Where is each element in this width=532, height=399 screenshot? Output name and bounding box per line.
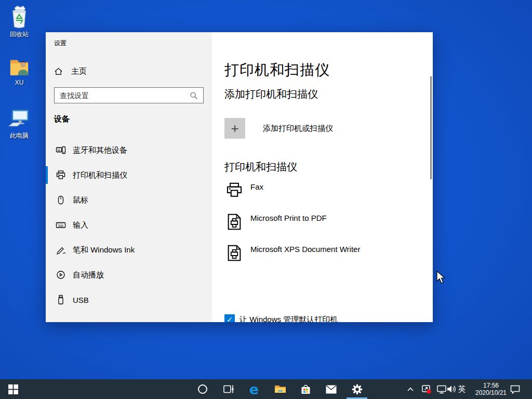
desktop-icon-this-pc[interactable]: 此电脑 bbox=[0, 107, 38, 140]
sidebar-item-label: 蓝牙和其他设备 bbox=[73, 145, 127, 155]
chevron-up-icon bbox=[407, 387, 414, 392]
search-input[interactable] bbox=[55, 91, 190, 100]
settings-sidebar: 设置 主页 设备 bbox=[46, 32, 212, 322]
search-circle-icon bbox=[197, 384, 208, 394]
settings-gear-icon bbox=[352, 384, 363, 395]
desktop-icon-user-folder[interactable]: XU bbox=[0, 56, 38, 86]
desktop-icon-recycle-bin[interactable]: 回收站 bbox=[0, 5, 38, 39]
this-pc-icon bbox=[7, 107, 31, 130]
default-printer-checkbox-row[interactable]: ✓ 让 Windows 管理默认打印机 bbox=[224, 313, 422, 322]
desktop-icon-label: 此电脑 bbox=[0, 131, 38, 140]
security-notification-icon bbox=[421, 384, 432, 395]
sidebar-item-pen-windows-ink[interactable]: 笔和 Windows Ink bbox=[46, 237, 212, 262]
devices-section-title: 打印机和扫描仪 bbox=[224, 160, 297, 174]
sidebar-item-usb[interactable]: USB bbox=[46, 287, 212, 312]
autoplay-icon bbox=[56, 270, 66, 280]
action-center-icon bbox=[510, 385, 520, 394]
settings-content: 打印机和扫描仪 添加打印机和扫描仪 + 添加打印机或扫描仪 打印机和扫描仪 Fa… bbox=[212, 32, 433, 322]
page-title: 打印机和扫描仪 bbox=[224, 60, 330, 80]
store-icon bbox=[300, 384, 311, 395]
print-to-file-icon bbox=[225, 244, 243, 262]
sidebar-nav-list: 蓝牙和其他设备 打印机和扫描仪 鼠标 bbox=[46, 138, 212, 312]
printer-icon bbox=[56, 170, 66, 180]
user-folder-icon bbox=[8, 56, 31, 78]
pen-icon bbox=[56, 245, 66, 255]
plus-icon: + bbox=[224, 118, 245, 139]
desktop-background: 回收站 XU 此电脑 设置 bbox=[0, 0, 532, 399]
sidebar-item-autoplay[interactable]: 自动播放 bbox=[46, 262, 212, 287]
edge-icon: e bbox=[249, 382, 259, 396]
start-button[interactable] bbox=[3, 379, 23, 399]
sidebar-item-printers-scanners[interactable]: 打印机和扫描仪 bbox=[46, 163, 212, 188]
settings-search-box[interactable] bbox=[54, 87, 204, 103]
printer-row-fax[interactable]: Fax bbox=[224, 182, 422, 205]
printer-name: Fax bbox=[250, 182, 263, 191]
sidebar-item-label: USB bbox=[73, 296, 89, 304]
sidebar-item-bluetooth-devices[interactable]: 蓝牙和其他设备 bbox=[46, 138, 212, 163]
taskbar: e bbox=[0, 379, 532, 399]
store-button[interactable] bbox=[296, 379, 315, 399]
file-explorer-button[interactable] bbox=[270, 379, 290, 399]
sidebar-item-label: 输入 bbox=[73, 220, 88, 230]
keyboard-icon bbox=[56, 220, 66, 230]
sidebar-item-label: 笔和 Windows Ink bbox=[73, 245, 135, 255]
tray-language-indicator[interactable]: 英 bbox=[455, 379, 469, 399]
settings-window: 设置 主页 设备 bbox=[46, 32, 433, 322]
printer-row-xps-writer[interactable]: Microsoft XPS Document Writer bbox=[224, 244, 422, 267]
mouse-cursor bbox=[436, 271, 446, 285]
printer-name: Microsoft XPS Document Writer bbox=[250, 245, 360, 254]
sidebar-item-label: 鼠标 bbox=[73, 195, 88, 205]
printer-name: Microsoft Print to PDF bbox=[250, 214, 327, 222]
home-icon bbox=[54, 67, 63, 76]
action-center-button[interactable] bbox=[507, 379, 523, 399]
tray-security-notification[interactable] bbox=[419, 379, 434, 399]
taskbar-search-button[interactable] bbox=[193, 379, 212, 399]
bluetooth-devices-icon bbox=[56, 145, 66, 155]
sidebar-item-label: 打印机和扫描仪 bbox=[73, 170, 127, 180]
default-printer-checkbox-label: 让 Windows 管理默认打印机 bbox=[240, 315, 338, 323]
print-to-file-icon bbox=[225, 213, 243, 231]
mouse-icon bbox=[56, 195, 66, 205]
usb-icon bbox=[56, 295, 66, 305]
windows-logo-icon bbox=[8, 384, 18, 394]
recycle-bin-icon bbox=[9, 5, 30, 29]
add-printer-button[interactable]: + 添加打印机或扫描仪 bbox=[224, 118, 422, 139]
language-label: 英 bbox=[458, 384, 466, 394]
sidebar-item-typing[interactable]: 输入 bbox=[46, 212, 212, 237]
edge-button[interactable]: e bbox=[244, 379, 264, 399]
checkbox-checked[interactable]: ✓ bbox=[224, 314, 235, 322]
sidebar-item-home[interactable]: 主页 bbox=[50, 62, 206, 80]
vertical-scrollbar[interactable] bbox=[430, 76, 432, 179]
task-view-icon bbox=[223, 384, 234, 394]
desktop-icon-label: 回收站 bbox=[0, 30, 38, 39]
mail-icon bbox=[326, 385, 337, 394]
sidebar-item-label: 自动播放 bbox=[73, 270, 104, 280]
file-explorer-icon bbox=[274, 384, 286, 394]
settings-taskbar-button[interactable] bbox=[347, 379, 367, 399]
sidebar-home-label: 主页 bbox=[71, 66, 87, 76]
mail-button[interactable] bbox=[321, 379, 341, 399]
desktop-icon-label: XU bbox=[0, 79, 38, 86]
task-view-button[interactable] bbox=[219, 379, 238, 399]
sidebar-item-mouse[interactable]: 鼠标 bbox=[46, 188, 212, 212]
sidebar-section-label: 设备 bbox=[54, 114, 70, 124]
add-printer-label: 添加打印机或扫描仪 bbox=[263, 124, 333, 134]
window-title: 设置 bbox=[54, 39, 66, 48]
tray-show-hidden-icons[interactable] bbox=[403, 379, 418, 399]
fax-printer-icon bbox=[225, 182, 243, 200]
printer-row-print-to-pdf[interactable]: Microsoft Print to PDF bbox=[224, 213, 422, 236]
add-section-title: 添加打印机和扫描仪 bbox=[224, 87, 318, 101]
search-icon bbox=[190, 91, 198, 100]
